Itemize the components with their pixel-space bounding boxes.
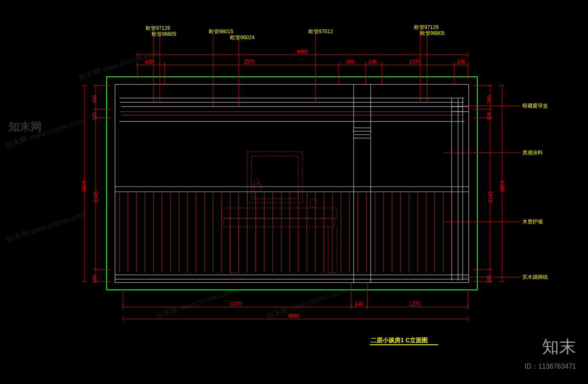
dim-value: 240 <box>355 301 363 307</box>
dim-value: 240 <box>368 59 377 65</box>
dim-value: 2800 <box>499 181 505 192</box>
asset-id: ID：1136763471 <box>525 362 576 371</box>
dim-value: 400 <box>145 59 153 65</box>
material-label: 质感涂料 <box>522 149 543 156</box>
material-label: 暗藏窗帘盒 <box>522 102 548 110</box>
callout-label: 欧管96805 <box>152 31 176 38</box>
svg-rect-5 <box>251 156 298 199</box>
dim-value: 200 <box>457 59 465 65</box>
brand-text: 知末 <box>542 335 576 358</box>
dim-value: 1270 <box>409 301 421 307</box>
dim-value: 180 <box>486 275 492 283</box>
cad-elevation-drawing: 知末网 www.znzmo.com 知末网 www.znzmo.com 知末网 … <box>0 0 588 384</box>
dim-value: 4880 <box>297 49 308 55</box>
title-underline <box>370 344 438 345</box>
callout-label: 欧管96024 <box>230 34 254 41</box>
svg-rect-3 <box>224 218 334 227</box>
dim-value: 400 <box>346 59 355 65</box>
dim-value: 350 <box>486 95 492 104</box>
drawing-title: 二层小孩房1 C立面图 <box>371 337 428 344</box>
dim-value: 3370 <box>230 301 242 307</box>
callout-label: 欧管97012 <box>308 28 333 35</box>
dim-value: 2145 <box>93 191 99 203</box>
dim-value: 2800 <box>81 181 87 192</box>
dim-value: 125 <box>486 112 492 121</box>
callout-label: 欧管98015 <box>209 28 233 35</box>
dim-value: 1070 <box>409 59 421 65</box>
dim-value: 125 <box>92 112 98 121</box>
material-label: 木质护墙 <box>522 218 543 225</box>
dim-value: 350 <box>92 95 98 104</box>
callout-label: 欧管96805 <box>420 30 444 37</box>
dim-value: 2570 <box>244 59 255 65</box>
dim-value: 180 <box>92 275 98 283</box>
dim-value: 2145 <box>487 191 493 203</box>
drawing-svg <box>0 0 588 384</box>
svg-rect-1 <box>115 84 469 283</box>
material-label: 实木踢脚线 <box>522 274 548 281</box>
dim-value: 4880 <box>288 313 300 319</box>
